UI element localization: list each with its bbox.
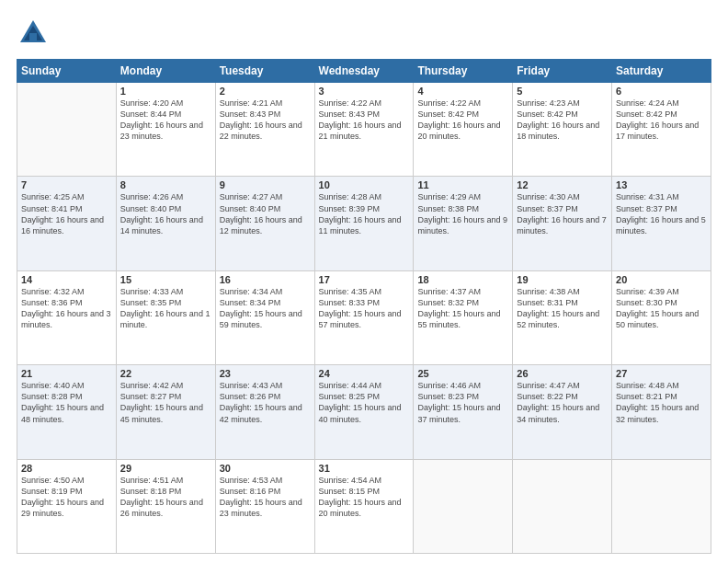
day-cell: 28Sunrise: 4:50 AMSunset: 8:19 PMDayligh… [17, 459, 117, 553]
day-info: Sunrise: 4:28 AMSunset: 8:39 PMDaylight:… [319, 191, 410, 236]
day-number: 12 [517, 179, 608, 190]
day-cell: 24Sunrise: 4:44 AMSunset: 8:25 PMDayligh… [314, 365, 414, 459]
day-info: Sunrise: 4:46 AMSunset: 8:23 PMDaylight:… [417, 380, 508, 425]
day-cell [513, 459, 612, 553]
day-info: Sunrise: 4:31 AMSunset: 8:37 PMDaylight:… [616, 191, 707, 236]
day-number: 24 [319, 368, 410, 379]
day-cell: 14Sunrise: 4:32 AMSunset: 8:36 PMDayligh… [17, 270, 117, 364]
day-cell: 16Sunrise: 4:34 AMSunset: 8:34 PMDayligh… [215, 270, 314, 364]
day-cell: 15Sunrise: 4:33 AMSunset: 8:35 PMDayligh… [116, 270, 215, 364]
day-info: Sunrise: 4:40 AMSunset: 8:28 PMDaylight:… [21, 380, 112, 425]
day-cell: 8Sunrise: 4:26 AMSunset: 8:40 PMDaylight… [116, 177, 215, 270]
day-cell: 5Sunrise: 4:23 AMSunset: 8:42 PMDaylight… [513, 83, 612, 177]
day-info: Sunrise: 4:20 AMSunset: 8:44 PMDaylight:… [120, 98, 211, 143]
day-number: 13 [616, 179, 707, 190]
header [17, 17, 711, 50]
day-number: 14 [21, 274, 112, 285]
calendar-header-row: SundayMondayTuesdayWednesdayThursdayFrid… [17, 60, 711, 83]
day-number: 19 [517, 274, 608, 285]
day-info: Sunrise: 4:35 AMSunset: 8:33 PMDaylight:… [319, 286, 410, 331]
day-number: 15 [120, 274, 211, 285]
day-cell: 4Sunrise: 4:22 AMSunset: 8:42 PMDaylight… [414, 83, 513, 177]
day-cell: 7Sunrise: 4:25 AMSunset: 8:41 PMDaylight… [17, 177, 117, 270]
day-number: 2 [220, 86, 311, 97]
day-info: Sunrise: 4:24 AMSunset: 8:42 PMDaylight:… [616, 98, 707, 143]
week-row-2: 7Sunrise: 4:25 AMSunset: 8:41 PMDaylight… [17, 177, 711, 270]
day-info: Sunrise: 4:33 AMSunset: 8:35 PMDaylight:… [120, 286, 211, 331]
day-number: 4 [417, 86, 508, 97]
day-info: Sunrise: 4:47 AMSunset: 8:22 PMDaylight:… [517, 380, 608, 425]
day-cell: 1Sunrise: 4:20 AMSunset: 8:44 PMDaylight… [116, 83, 215, 177]
day-info: Sunrise: 4:44 AMSunset: 8:25 PMDaylight:… [319, 380, 410, 425]
logo-icon [17, 17, 50, 50]
day-number: 25 [417, 368, 508, 379]
day-info: Sunrise: 4:22 AMSunset: 8:43 PMDaylight:… [319, 98, 410, 143]
day-number: 5 [517, 86, 608, 97]
day-number: 3 [319, 86, 410, 97]
day-cell: 31Sunrise: 4:54 AMSunset: 8:15 PMDayligh… [314, 459, 414, 553]
day-cell: 9Sunrise: 4:27 AMSunset: 8:40 PMDaylight… [215, 177, 314, 270]
week-row-3: 14Sunrise: 4:32 AMSunset: 8:36 PMDayligh… [17, 270, 711, 364]
day-cell: 13Sunrise: 4:31 AMSunset: 8:37 PMDayligh… [612, 177, 711, 270]
day-info: Sunrise: 4:50 AMSunset: 8:19 PMDaylight:… [21, 475, 112, 520]
day-number: 22 [120, 368, 211, 379]
day-info: Sunrise: 4:48 AMSunset: 8:21 PMDaylight:… [616, 380, 707, 425]
day-cell [17, 83, 117, 177]
day-number: 26 [517, 368, 608, 379]
day-info: Sunrise: 4:23 AMSunset: 8:42 PMDaylight:… [517, 98, 608, 143]
day-info: Sunrise: 4:32 AMSunset: 8:36 PMDaylight:… [21, 286, 112, 331]
day-info: Sunrise: 4:26 AMSunset: 8:40 PMDaylight:… [120, 191, 211, 236]
day-info: Sunrise: 4:21 AMSunset: 8:43 PMDaylight:… [220, 98, 311, 143]
day-info: Sunrise: 4:39 AMSunset: 8:30 PMDaylight:… [616, 286, 707, 331]
day-number: 31 [319, 463, 410, 474]
day-number: 21 [21, 368, 112, 379]
day-info: Sunrise: 4:30 AMSunset: 8:37 PMDaylight:… [517, 191, 608, 236]
day-number: 18 [417, 274, 508, 285]
day-info: Sunrise: 4:43 AMSunset: 8:26 PMDaylight:… [220, 380, 311, 425]
day-cell: 30Sunrise: 4:53 AMSunset: 8:16 PMDayligh… [215, 459, 314, 553]
day-number: 17 [319, 274, 410, 285]
day-number: 1 [120, 86, 211, 97]
day-info: Sunrise: 4:29 AMSunset: 8:38 PMDaylight:… [417, 191, 508, 236]
day-cell [414, 459, 513, 553]
column-header-tuesday: Tuesday [215, 60, 314, 83]
day-number: 8 [120, 179, 211, 190]
week-row-1: 1Sunrise: 4:20 AMSunset: 8:44 PMDaylight… [17, 83, 711, 177]
day-number: 23 [220, 368, 311, 379]
svg-rect-2 [29, 33, 37, 42]
day-cell: 29Sunrise: 4:51 AMSunset: 8:18 PMDayligh… [116, 459, 215, 553]
day-cell: 11Sunrise: 4:29 AMSunset: 8:38 PMDayligh… [414, 177, 513, 270]
day-number: 30 [220, 463, 311, 474]
day-info: Sunrise: 4:34 AMSunset: 8:34 PMDaylight:… [220, 286, 311, 331]
day-number: 20 [616, 274, 707, 285]
column-header-saturday: Saturday [612, 60, 711, 83]
day-cell: 17Sunrise: 4:35 AMSunset: 8:33 PMDayligh… [314, 270, 414, 364]
logo [17, 17, 53, 50]
day-number: 6 [616, 86, 707, 97]
day-cell: 10Sunrise: 4:28 AMSunset: 8:39 PMDayligh… [314, 177, 414, 270]
day-cell: 26Sunrise: 4:47 AMSunset: 8:22 PMDayligh… [513, 365, 612, 459]
day-cell: 21Sunrise: 4:40 AMSunset: 8:28 PMDayligh… [17, 365, 117, 459]
day-info: Sunrise: 4:27 AMSunset: 8:40 PMDaylight:… [220, 191, 311, 236]
day-number: 11 [417, 179, 508, 190]
day-cell: 6Sunrise: 4:24 AMSunset: 8:42 PMDaylight… [612, 83, 711, 177]
day-info: Sunrise: 4:42 AMSunset: 8:27 PMDaylight:… [120, 380, 211, 425]
calendar-table: SundayMondayTuesdayWednesdayThursdayFrid… [17, 59, 711, 554]
day-number: 16 [220, 274, 311, 285]
day-info: Sunrise: 4:22 AMSunset: 8:42 PMDaylight:… [417, 98, 508, 143]
page: SundayMondayTuesdayWednesdayThursdayFrid… [0, 0, 728, 563]
day-cell: 23Sunrise: 4:43 AMSunset: 8:26 PMDayligh… [215, 365, 314, 459]
day-cell: 2Sunrise: 4:21 AMSunset: 8:43 PMDaylight… [215, 83, 314, 177]
day-number: 28 [21, 463, 112, 474]
column-header-monday: Monday [116, 60, 215, 83]
column-header-sunday: Sunday [17, 60, 117, 83]
day-cell: 12Sunrise: 4:30 AMSunset: 8:37 PMDayligh… [513, 177, 612, 270]
day-cell: 19Sunrise: 4:38 AMSunset: 8:31 PMDayligh… [513, 270, 612, 364]
day-cell: 18Sunrise: 4:37 AMSunset: 8:32 PMDayligh… [414, 270, 513, 364]
column-header-friday: Friday [513, 60, 612, 83]
day-number: 10 [319, 179, 410, 190]
day-cell: 3Sunrise: 4:22 AMSunset: 8:43 PMDaylight… [314, 83, 414, 177]
week-row-4: 21Sunrise: 4:40 AMSunset: 8:28 PMDayligh… [17, 365, 711, 459]
day-number: 29 [120, 463, 211, 474]
day-info: Sunrise: 4:51 AMSunset: 8:18 PMDaylight:… [120, 475, 211, 520]
